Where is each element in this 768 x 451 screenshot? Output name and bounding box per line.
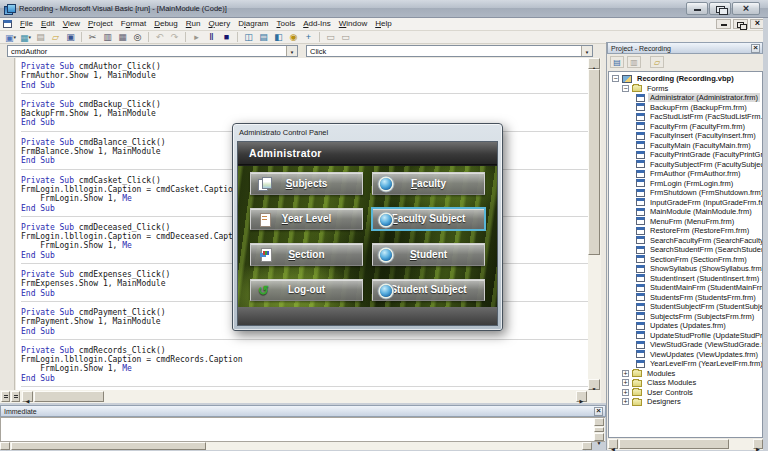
log-out-button[interactable]: Log-out [250,279,363,302]
close-icon[interactable] [751,44,760,53]
tree-item-studentinsert[interactable]: StudentInsert (StudentInsert.frm) [609,274,762,284]
code-line[interactable]: FrmLogin.Show 1, Me [21,364,588,373]
scroll-down-arrow[interactable] [588,379,600,390]
code-horizontal-scrollbar[interactable] [0,390,601,403]
horizontal-scroll-thumb[interactable] [11,442,206,450]
menu-window[interactable]: Window [335,18,371,30]
tree-item-administrator[interactable]: Administrator (Administrator.frm) [609,93,762,103]
code-margin-indicator-bar[interactable] [0,58,15,390]
child-minimize-button[interactable] [716,19,731,29]
tree-expander-icon[interactable]: + [622,389,629,396]
find-icon[interactable]: ◎ [130,31,145,43]
object-combobox[interactable]: cmdAuthor [7,45,298,57]
scroll-right-arrow[interactable] [576,391,587,402]
tree-folder-designers[interactable]: +Designers [609,397,762,407]
code-vertical-scrollbar[interactable] [588,58,601,390]
scroll-right-arrow[interactable] [582,442,592,450]
tree-item-facultymain[interactable]: FacultyMain (FacultyMain.frm) [609,141,762,151]
object-browser-icon[interactable]: ◉ [286,31,301,43]
tree-item-searchfacultyfrm[interactable]: SearchFacultyFrm (SearchFacultyFrm.frm) [609,236,762,246]
tree-expander-icon[interactable]: − [612,75,619,82]
properties-window-icon[interactable]: ▤ [256,31,271,43]
mdi-child-icon[interactable] [3,20,12,28]
full-module-view-button[interactable] [11,391,20,402]
break-icon[interactable]: Ⅱ [204,31,219,43]
tree-expander-icon[interactable]: + [622,370,629,377]
menu-query[interactable]: Query [204,18,234,30]
tree-folder-forms[interactable]: −Forms [609,84,762,94]
tree-item-yearlevelfrm[interactable]: YearLevelFrm (YearLevelFrm.frm) [609,359,762,369]
section-button[interactable]: Section [250,243,363,266]
scroll-left-arrow[interactable] [0,442,10,450]
horizontal-scroll-thumb[interactable] [619,439,729,449]
tree-item-menufrm[interactable]: MenuFrm (MenuFrm.frm) [609,217,762,227]
end-icon[interactable]: ■ [219,31,234,43]
code-line[interactable]: FrmLogin.lbllogin.Caption = cmdRecords.C… [21,355,588,364]
faculty-button[interactable]: Faculty [372,172,485,195]
tree-folder-modules[interactable]: +Modules [609,369,762,379]
tree-expander-icon[interactable]: + [622,379,629,386]
add-standard-exe-icon[interactable]: ▣▾ [3,31,18,43]
tree-item-viewstudgrade[interactable]: ViewStudGrade (ViewStudGrade.frm) [609,340,762,350]
tree-item-studentmainfrm[interactable]: StudentMainFrm (StudentMainFrm.frm) [609,283,762,293]
tree-item-frmshutdown[interactable]: FrmShutdown (FrmShutdown.frm) [609,188,762,198]
code-line[interactable]: FrmAuthor.Show 1, MainModule [21,71,588,80]
scroll-left-arrow[interactable] [608,439,618,449]
scroll-down-arrow[interactable] [594,433,604,441]
tree-item-subjectsfrm[interactable]: SubjectsFrm (SubjectsFrm.frm) [609,312,762,322]
scroll-right-arrow[interactable] [753,439,763,449]
chevron-down-icon[interactable] [286,46,297,56]
procedure-combobox[interactable]: Click [306,45,593,57]
form-layout-window-icon[interactable]: ◧ [271,31,286,43]
tree-item-viewupdates[interactable]: ViewUpdates (ViewUpdates.frm) [609,350,762,360]
view-code-icon[interactable]: ▤ [610,56,624,68]
menu-tools[interactable]: Tools [272,18,299,30]
tree-item-facultysubjectfrm[interactable]: FacultySubjectFrm (FacultySubjectFrm.frm… [609,160,762,170]
menu-help[interactable]: Help [371,18,395,30]
paste-icon[interactable]: ▦ [115,31,130,43]
menu-format[interactable]: Format [117,18,150,30]
vertical-scroll-thumb[interactable] [594,427,604,432]
scroll-up-arrow[interactable] [588,58,600,69]
tree-folder-user-controls[interactable]: +User Controls [609,388,762,398]
open-project-icon[interactable]: ▱ [48,31,63,43]
menu-edit[interactable]: Edit [37,18,59,30]
tree-expander-icon[interactable]: + [622,398,629,405]
tree-item-updates[interactable]: Updates (Updates.frm) [609,321,762,331]
tree-item-studentsfrm[interactable]: StudentsFrm (StudentsFrm.frm) [609,293,762,303]
menu-view[interactable]: View [59,18,84,30]
menu-diagram[interactable]: Diagram [234,18,272,30]
tree-item-facultyfrm[interactable]: FacultyFrm (FacultyFrm.frm) [609,122,762,132]
tree-item-sectionfrm[interactable]: SectionFrm (SectionFrm.frm) [609,255,762,265]
tree-item-backupfrm[interactable]: BackupFrm (BackupFrm.frm) [609,103,762,113]
tree-item-studentsubjectfrm[interactable]: StudentSubjectFrm (StudentSubjectFrm.frm… [609,302,762,312]
tree-item-updatestudprofile[interactable]: UpdateStudProfile (UpdateStudProfile.frm… [609,331,762,341]
year-level-button[interactable]: Year Level [250,208,363,231]
menu-run[interactable]: Run [182,18,205,30]
menu-project[interactable]: Project [84,18,117,30]
toggle-folders-icon[interactable]: ▱ [650,56,664,68]
scroll-left-arrow[interactable] [22,391,33,402]
menu-file[interactable]: File [16,18,37,30]
tree-item-showsyllabus[interactable]: ShowSyllabus (ShowSyllabus.frm) [609,264,762,274]
code-line[interactable]: Private Sub cmdAuthor_Click() [21,62,588,71]
scroll-up-arrow[interactable] [594,418,604,426]
copy-icon[interactable]: ▥ [100,31,115,43]
faculty-subject-button[interactable]: Faculty Subject [372,208,485,231]
tree-expander-icon[interactable]: − [622,85,629,92]
immediate-horizontal-scrollbar[interactable] [0,442,592,450]
cut-icon[interactable]: ✂ [85,31,100,43]
menu-debug[interactable]: Debug [150,18,182,30]
student-button[interactable]: Student [372,243,485,266]
student-subject-button[interactable]: Student Subject [372,279,485,302]
close-icon[interactable] [594,407,603,416]
tree-item-inputgradefrm[interactable]: InputGradeFrm (InputGradeFrm.frm) [609,198,762,208]
code-line[interactable]: End Sub [21,81,588,90]
tree-item-facultyprintgrade[interactable]: FacultyPrintGrade (FacultyPrintGrade.frm… [609,150,762,160]
minimize-button[interactable] [686,2,708,15]
subjects-button[interactable]: Subjects [250,172,363,195]
project-tree[interactable]: −Recording (Recording.vbp)−FormsAdminist… [608,71,763,438]
code-line[interactable]: Private Sub cmdRecords_Click() [21,346,588,355]
tree-item-facultyinsert[interactable]: FacultyInsert (FacultyInsert.frm) [609,131,762,141]
restore-button[interactable] [709,2,731,15]
